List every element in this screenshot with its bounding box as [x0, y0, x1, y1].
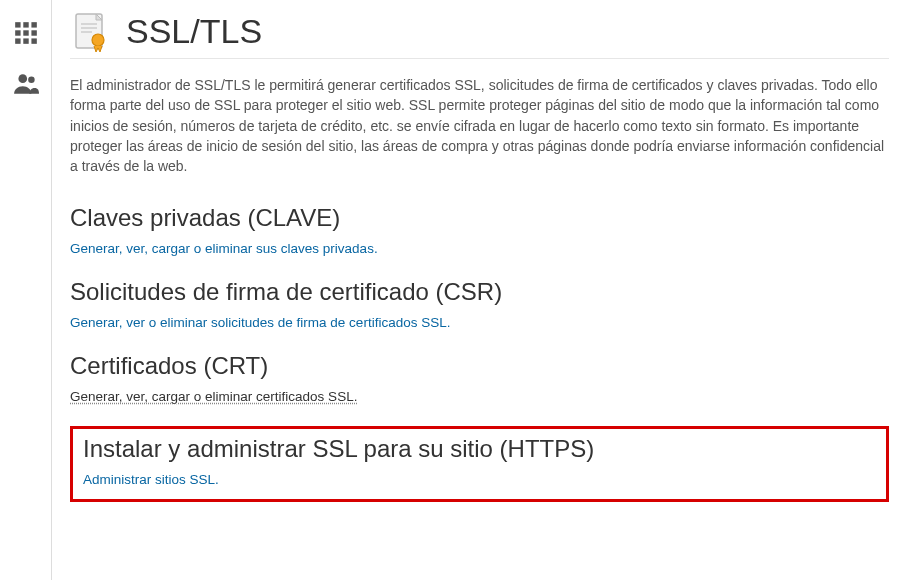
- svg-rect-0: [15, 22, 20, 27]
- divider: [70, 58, 889, 59]
- sidebar-item-apps[interactable]: [10, 18, 42, 50]
- intro-text: El administrador de SSL/TLS le permitirá…: [70, 75, 889, 176]
- users-icon: [13, 70, 39, 99]
- link-crt[interactable]: Generar, ver, cargar o eliminar certific…: [70, 389, 357, 404]
- svg-point-9: [18, 74, 27, 83]
- section-csr: Solicitudes de firma de certificado (CSR…: [70, 278, 889, 330]
- section-crt: Certificados (CRT) Generar, ver, cargar …: [70, 352, 889, 404]
- main-content: SSL/TLS El administrador de SSL/TLS le p…: [52, 0, 907, 580]
- svg-rect-4: [23, 30, 28, 35]
- svg-rect-6: [15, 38, 20, 43]
- svg-rect-7: [23, 38, 28, 43]
- svg-rect-3: [15, 30, 20, 35]
- heading-csr: Solicitudes de firma de certificado (CSR…: [70, 278, 889, 306]
- heading-private-keys: Claves privadas (CLAVE): [70, 204, 889, 232]
- svg-point-10: [28, 76, 34, 83]
- page-title: SSL/TLS: [126, 12, 262, 51]
- heading-install: Instalar y administrar SSL para su sitio…: [83, 435, 876, 463]
- svg-rect-1: [23, 22, 28, 27]
- svg-point-15: [92, 34, 104, 46]
- svg-rect-8: [31, 38, 36, 43]
- link-private-keys[interactable]: Generar, ver, cargar o eliminar sus clav…: [70, 241, 378, 256]
- sidebar-item-users[interactable]: [10, 68, 42, 100]
- section-install: Instalar y administrar SSL para su sitio…: [83, 435, 876, 487]
- svg-rect-2: [31, 22, 36, 27]
- link-install[interactable]: Administrar sitios SSL.: [83, 472, 219, 487]
- section-private-keys: Claves privadas (CLAVE) Generar, ver, ca…: [70, 204, 889, 256]
- heading-crt: Certificados (CRT): [70, 352, 889, 380]
- sidebar: [0, 0, 52, 580]
- page-title-row: SSL/TLS: [70, 10, 889, 52]
- app-root: SSL/TLS El administrador de SSL/TLS le p…: [0, 0, 907, 580]
- highlight-install-ssl: Instalar y administrar SSL para su sitio…: [70, 426, 889, 502]
- ssl-certificate-icon: [70, 10, 112, 52]
- apps-icon: [13, 20, 39, 49]
- svg-rect-5: [31, 30, 36, 35]
- link-csr[interactable]: Generar, ver o eliminar solicitudes de f…: [70, 315, 450, 330]
